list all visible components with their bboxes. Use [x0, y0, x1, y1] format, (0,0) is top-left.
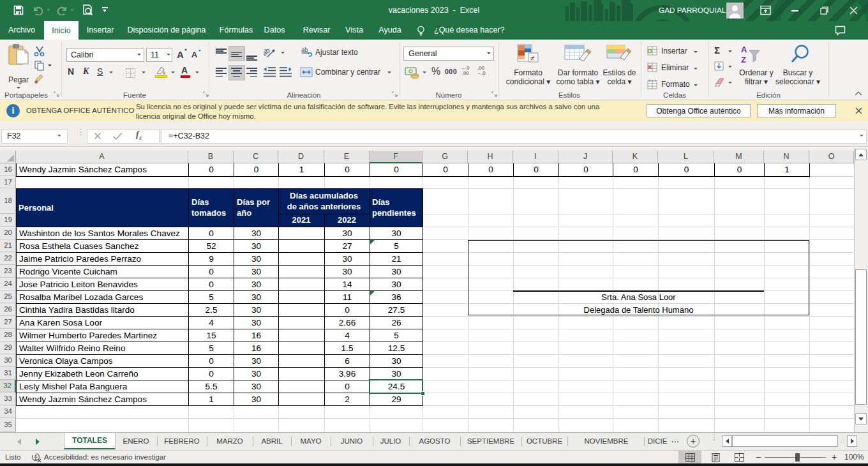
svg-text:ab: ab	[301, 46, 308, 53]
svg-text:A: A	[741, 45, 747, 54]
svg-text:ab: ab	[264, 46, 271, 57]
svg-text:Z: Z	[741, 55, 746, 64]
svg-text:≠: ≠	[530, 54, 534, 62]
